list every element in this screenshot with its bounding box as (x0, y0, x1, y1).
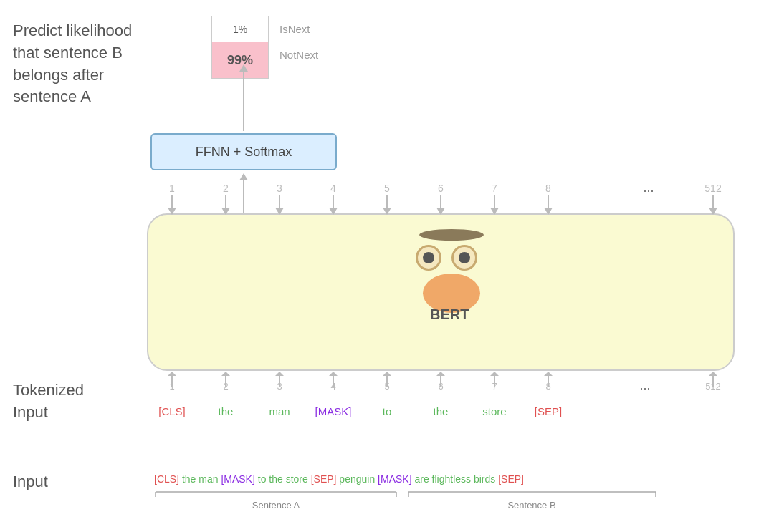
svg-text:4: 4 (330, 381, 335, 392)
arrow-ffnn-to-output (236, 63, 251, 135)
svg-text:6: 6 (438, 183, 444, 194)
svg-text:[CLS]: [CLS] (158, 405, 186, 417)
token-sep-2: [SEP] (498, 473, 524, 485)
is-next-label: IsNext (280, 23, 310, 35)
bert-label: BERT (430, 306, 469, 323)
svg-text:5: 5 (384, 183, 390, 194)
svg-marker-43 (436, 372, 445, 376)
bert-eye-left (416, 245, 441, 271)
token-mask-2: [MASK] (378, 473, 411, 485)
svg-text:the: the (219, 405, 234, 417)
token-mask-1: [MASK] (221, 473, 254, 485)
svg-text:6: 6 (438, 381, 443, 392)
svg-text:1: 1 (169, 183, 175, 194)
svg-text:2: 2 (223, 183, 229, 194)
svg-text:to: to (383, 405, 392, 417)
predict-text: Predict likelihoodthat sentence Bbelongs… (13, 20, 135, 108)
svg-marker-33 (168, 372, 176, 376)
svg-marker-37 (275, 372, 284, 376)
ffnn-box: FFNN + Softmax (150, 133, 337, 170)
svg-marker-9 (221, 208, 230, 215)
sentence-brackets: Sentence A Sentence B (154, 488, 727, 517)
token-cls-1: [CLS] (154, 473, 179, 485)
token-labels: 1 2 3 4 5 6 7 8 ... 512 [CLS] the man [M… (147, 378, 735, 450)
token-flightless: are flightless birds (412, 473, 499, 485)
svg-marker-47 (544, 372, 553, 376)
svg-marker-49 (709, 372, 717, 376)
svg-marker-35 (221, 372, 230, 376)
svg-text:Sentence B: Sentence B (507, 500, 555, 511)
ffnn-label: FFNN + Softmax (196, 145, 292, 160)
svg-text:1: 1 (169, 381, 174, 392)
bert-eyebrow (419, 229, 484, 241)
svg-marker-18 (383, 208, 391, 215)
tokenized-input-label: TokenizedInput (13, 379, 84, 424)
svg-text:the: the (434, 405, 449, 417)
bert-eyes (416, 245, 487, 271)
bert-eye-right (452, 245, 477, 271)
bert-pupil-right (459, 252, 470, 263)
svg-text:2: 2 (223, 381, 228, 392)
svg-marker-24 (490, 208, 499, 215)
svg-text:7: 7 (492, 381, 497, 392)
svg-marker-31 (709, 208, 717, 215)
position-numbers-arrows: 1 2 3 4 5 6 7 8 ... 512 (147, 179, 735, 218)
svg-text:man: man (269, 405, 290, 417)
svg-text:8: 8 (545, 381, 550, 392)
svg-text:store: store (482, 405, 506, 417)
svg-marker-39 (329, 372, 338, 376)
token-the-man: the man (179, 473, 221, 485)
input-sentence: [CLS] the man [MASK] to the store [SEP] … (154, 473, 524, 485)
svg-text:8: 8 (545, 183, 551, 194)
svg-text:...: ... (639, 378, 650, 392)
svg-text:Sentence A: Sentence A (252, 500, 300, 511)
svg-text:7: 7 (492, 183, 497, 194)
svg-marker-12 (275, 208, 284, 215)
svg-text:[SEP]: [SEP] (535, 405, 562, 417)
svg-marker-1 (239, 64, 248, 72)
output-1-percent: 1% (212, 16, 268, 42)
svg-marker-15 (329, 208, 338, 215)
input-label: Input (13, 473, 48, 491)
svg-marker-27 (544, 208, 553, 215)
main-container: Predict likelihoodthat sentence Bbelongs… (0, 0, 774, 532)
svg-text:...: ... (643, 180, 654, 195)
not-next-label: NotNext (280, 49, 318, 61)
svg-text:3: 3 (277, 381, 282, 392)
token-penguin: penguin (336, 473, 378, 485)
svg-text:4: 4 (330, 183, 336, 194)
svg-text:3: 3 (277, 183, 282, 194)
svg-marker-21 (436, 208, 445, 215)
svg-text:512: 512 (704, 183, 722, 194)
svg-text:[MASK]: [MASK] (315, 405, 352, 417)
svg-marker-41 (383, 372, 391, 376)
svg-text:512: 512 (705, 381, 721, 392)
svg-text:5: 5 (384, 381, 389, 392)
token-sep-1: [SEP] (311, 473, 337, 485)
bert-pupil-left (423, 252, 434, 263)
bert-face: BERT (408, 229, 494, 344)
token-to-store: to the store (255, 473, 311, 485)
svg-marker-45 (490, 372, 499, 376)
svg-marker-6 (168, 208, 176, 215)
